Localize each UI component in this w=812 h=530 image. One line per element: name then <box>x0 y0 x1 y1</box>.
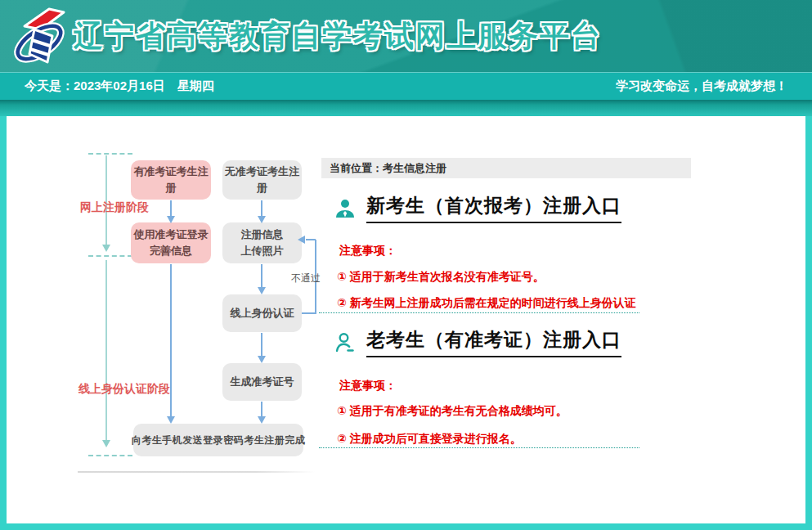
page: 辽宁省高等教育自学考试网上服务平台 今天是：2023年02月16日 星期四 学习… <box>0 0 812 530</box>
old-examinee-entry-link[interactable]: 老考生（有准考证）注册入口 <box>334 327 621 357</box>
site-logo[interactable] <box>10 5 70 69</box>
timeline-stage2-line <box>105 260 107 440</box>
new-examinee-person-icon <box>334 197 357 220</box>
slogan-text: 学习改变命运，自考成就梦想！ <box>616 79 787 94</box>
timeline-dash-top <box>88 153 132 155</box>
arrow-n1-n3 <box>170 200 172 216</box>
timeline-dash-bottom <box>88 455 132 456</box>
flow-node-registration-complete: 向考生手机发送登录密码考生注册完成 <box>133 424 303 456</box>
stage-label-identity-verification: 线上身份认证阶段 <box>79 382 170 397</box>
flowchart-bottom-divider <box>78 471 315 473</box>
notice-item-2-2: ② 注册成功后可直接登录进行报名。 <box>337 432 522 447</box>
notice-label-1: 注意事项： <box>339 244 397 258</box>
feedback-line-bottom <box>302 312 316 314</box>
arrow-n6-n7 <box>261 402 262 416</box>
feedback-line-top <box>306 239 316 240</box>
date-bar: 今天是：2023年02月16日 星期四 学习改变命运，自考成就梦想！ <box>0 72 812 100</box>
stage-label-online-registration: 网上注册阶段 <box>80 200 149 215</box>
arrow-n3-n7 <box>170 264 172 416</box>
timeline-dash-middle <box>88 255 132 257</box>
site-header: 辽宁省高等教育自学考试网上服务平台 <box>0 0 812 72</box>
zikao-logo-icon <box>10 5 70 69</box>
arrow-n4-n5 <box>261 264 262 287</box>
current-date-text: 今天是：2023年02月16日 星期四 <box>25 79 214 94</box>
flow-node-login-complete-info: 使用准考证登录 完善信息 <box>131 222 211 263</box>
flow-node-generate-ticket-number: 生成准考证号 <box>222 363 302 401</box>
notice-item-2-1: ① 适用于有准考证的考生有无合格成绩均可。 <box>337 404 568 419</box>
new-examinee-entry-title[interactable]: 新考生（首次报考）注册入口 <box>366 193 621 223</box>
feedback-edge-label: 不通过 <box>291 272 321 285</box>
notice-label-2: 注意事项： <box>339 379 397 393</box>
header-shadow-band <box>0 100 812 116</box>
content-panel: 网上注册阶段 线上身份认证阶段 有准考证考生注 册 无准考证考生注 册 使用准考… <box>7 116 805 523</box>
breadcrumb: 当前位置：考生信息注册 <box>321 158 691 178</box>
section-divider-2 <box>319 447 639 448</box>
new-examinee-entry-link[interactable]: 新考生（首次报考）注册入口 <box>334 193 621 223</box>
flow-node-register-with-ticket: 有准考证考生注 册 <box>131 160 211 200</box>
flow-node-upload-photo: 注册信息 上传照片 <box>222 222 302 263</box>
old-examinee-entry-title[interactable]: 老考生（有准考证）注册入口 <box>366 327 621 357</box>
feedback-arrowhead-icon <box>298 236 305 244</box>
notice-item-1-2: ② 新考生网上注册成功后需在规定的时间进行线上身份认证 <box>337 296 636 311</box>
flow-node-online-identity-verify: 线上身份认证 <box>222 294 302 332</box>
arrow-n2-n4 <box>261 200 262 216</box>
flow-node-register-without-ticket: 无准考证考生注 册 <box>222 160 302 200</box>
site-title: 辽宁省高等教育自学考试网上服务平台 <box>74 0 602 72</box>
notice-item-1-1: ① 适用于新考生首次报名没有准考证号。 <box>337 270 545 285</box>
old-examinee-person-icon <box>334 331 357 354</box>
section-divider-1 <box>319 312 639 313</box>
arrow-n5-n6 <box>261 333 262 356</box>
